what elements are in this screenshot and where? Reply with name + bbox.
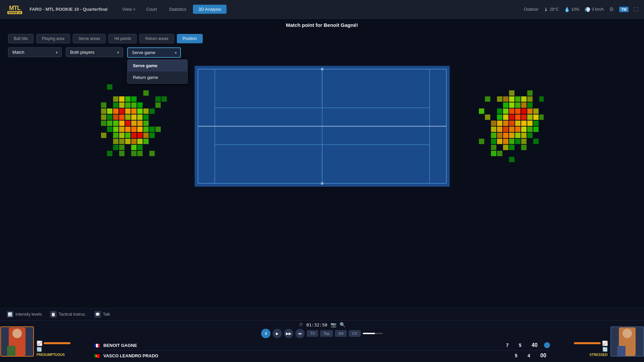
nav-bar: View > Court Statistics 3D Analysis bbox=[118, 5, 524, 14]
player2-set1: 5 bbox=[511, 353, 521, 358]
scope-dropdown[interactable]: Match Set 1 Set 2 Set 3 bbox=[8, 47, 62, 57]
players-dropdown-wrapper: Both players Benoit Gagne Vasco Leandro … bbox=[66, 47, 123, 57]
tv-button[interactable]: TV bbox=[307, 330, 318, 337]
nav-item-statistics[interactable]: Statistics bbox=[163, 5, 192, 14]
bottom-area: 📊 Intensity levels 📋 Tactical instruc. 💬… bbox=[0, 308, 644, 362]
weather-info: Outdoor 🌡 28°C 💧 10% 💨 3 km/h ⚙ TM ⛶ bbox=[524, 6, 639, 12]
dropdown-row: Match Set 1 Set 2 Set 3 Both players Ben… bbox=[0, 46, 644, 59]
forward-button[interactable]: ▶▶ bbox=[284, 329, 293, 338]
player1-refresh-icon: 🔄 bbox=[37, 347, 42, 352]
filter-position[interactable]: Position bbox=[177, 34, 203, 43]
wind-value: 3 km/h bbox=[592, 7, 604, 12]
player2-portrait-area: 📈 🔄 STRESSED bbox=[577, 326, 637, 357]
view-label: View > bbox=[122, 7, 135, 12]
nav-item-3d-analysis[interactable]: 3D Analysis bbox=[193, 5, 227, 14]
filter-ball-hits[interactable]: Ball hits bbox=[8, 34, 34, 43]
svg-point-9 bbox=[321, 68, 324, 71]
weather-temp: 🌡 28°C bbox=[544, 7, 559, 12]
filter-serve-areas[interactable]: Serve areas bbox=[73, 34, 106, 43]
court-container bbox=[195, 66, 450, 187]
logo-text: MTL bbox=[7, 5, 22, 12]
player2-game-score: 00 bbox=[537, 353, 550, 359]
player1-game-score: 40 bbox=[528, 342, 541, 348]
match-point-banner: Match point for Benoit Gagné! bbox=[0, 19, 644, 31]
bottom-tools: 📊 Intensity levels 📋 Tactical instruc. 💬… bbox=[0, 308, 644, 321]
filter-return-areas[interactable]: Return areas bbox=[139, 34, 174, 43]
heatmap-left bbox=[101, 66, 208, 187]
game-type-dropdown[interactable]: Serve game Return game bbox=[127, 47, 181, 58]
playback-score-row: 📈 🔄 PRESUMPTUOUS ⏱ 01:32:50 📷 🔍 bbox=[0, 321, 644, 362]
player1-mood-bar bbox=[44, 342, 70, 344]
player2-info: 📈 🔄 STRESSED bbox=[574, 326, 644, 357]
tactical-icon: 📋 bbox=[50, 311, 57, 318]
fullscreen-icon[interactable]: ⛶ bbox=[634, 7, 639, 12]
player1-chart-icon: 📈 bbox=[37, 341, 42, 346]
volume-slider[interactable] bbox=[363, 333, 383, 334]
game-type-option-serve[interactable]: Serve game bbox=[128, 60, 187, 72]
player2-name: VASCO LEANDRO PRADO bbox=[103, 353, 508, 358]
game-type-dropdown-container: Serve game Return game Serve game Return… bbox=[127, 47, 181, 58]
player1-mood-area: 📈 🔄 PRESUMPTUOUS bbox=[37, 341, 70, 357]
tool-tactical[interactable]: 📋 Tactical instruc. bbox=[50, 311, 86, 318]
player1-name: BENOIT GAGNE bbox=[103, 343, 500, 348]
player1-refresh-row: 🔄 bbox=[37, 347, 70, 352]
talk-icon: 💬 bbox=[94, 311, 101, 318]
playback-row: ⏱ 01:32:50 📷 🔍 bbox=[299, 322, 346, 327]
svg-rect-16 bbox=[617, 346, 626, 356]
filter-bar: Ball hits Playing area Serve areas Hit p… bbox=[0, 31, 644, 46]
heatmap-right bbox=[436, 66, 544, 187]
tool-intensity[interactable]: 📊 Intensity levels bbox=[7, 311, 42, 318]
player1-mood-row: 📈 bbox=[37, 341, 70, 346]
svg-point-12 bbox=[12, 329, 22, 338]
player1-serve-indicator bbox=[544, 342, 550, 348]
filter-hit-points[interactable]: Hit points bbox=[108, 34, 137, 43]
tennis-court-svg bbox=[195, 66, 450, 187]
game-type-dropdown-wrapper: Serve game Return game bbox=[127, 47, 181, 58]
intensity-icon: 📊 bbox=[7, 311, 13, 318]
center-controls: ⏱ 01:32:50 📷 🔍 ⏸ ▶ ▶▶ ⏭ TV Top 3/4 CV bbox=[67, 322, 577, 361]
pause-button[interactable]: ⏸ bbox=[261, 329, 270, 338]
player1-set2: 5 bbox=[515, 343, 525, 348]
tm-badge: TM bbox=[619, 7, 629, 12]
nav-item-view[interactable]: View > bbox=[118, 5, 139, 14]
player1-mood-label: PRESUMPTUOUS bbox=[37, 353, 70, 357]
court-area bbox=[0, 59, 644, 193]
logo: MTL ROOKIE 10 bbox=[5, 2, 24, 17]
search-icon[interactable]: 🔍 bbox=[340, 322, 345, 327]
svg-point-10 bbox=[321, 182, 324, 185]
play-button[interactable]: ▶ bbox=[273, 329, 282, 338]
game-type-option-return[interactable]: Return game bbox=[128, 72, 187, 83]
player1-info: 📈 🔄 PRESUMPTUOUS bbox=[0, 326, 70, 357]
player1-portrait bbox=[0, 326, 34, 357]
top-button[interactable]: Top bbox=[320, 330, 333, 337]
tool-talk[interactable]: 💬 Talk bbox=[94, 311, 110, 318]
cv-button[interactable]: CV bbox=[349, 330, 360, 337]
banner-text: Match point for Benoit Gagné! bbox=[286, 22, 358, 28]
top-bar: MTL ROOKIE 10 FARO - MTL ROOKIE 10 - Qua… bbox=[0, 0, 644, 19]
svg-point-15 bbox=[623, 329, 632, 338]
weather-condition: Outdoor bbox=[524, 7, 538, 12]
scope-dropdown-wrapper: Match Set 1 Set 2 Set 3 bbox=[8, 47, 62, 57]
logo-badge: ROOKIE 10 bbox=[7, 11, 22, 14]
filter-playing-area[interactable]: Playing area bbox=[36, 34, 70, 43]
settings-icon[interactable]: ⚙ bbox=[609, 6, 614, 12]
score-row-player2: 🇵🇹 VASCO LEANDRO PRADO 5 4 00 bbox=[94, 351, 550, 361]
outdoor-label: Outdoor bbox=[524, 7, 538, 12]
players-dropdown[interactable]: Both players Benoit Gagne Vasco Leandro … bbox=[66, 47, 123, 57]
player2-chart-icon: 📈 bbox=[602, 341, 608, 346]
player2-mood-row: 📈 bbox=[574, 341, 608, 346]
score-rows: 🇫🇷 BENOIT GAGNE 7 5 40 🇵🇹 VASCO LEANDRO … bbox=[67, 340, 577, 361]
weather-wind: 💨 3 km/h bbox=[585, 7, 604, 12]
fast-forward-button[interactable]: ⏭ bbox=[295, 329, 305, 338]
game-type-popup: Serve game Return game bbox=[127, 59, 188, 84]
score-row-player1: 🇫🇷 BENOIT GAGNE 7 5 40 bbox=[94, 340, 550, 351]
player1-portrait-area: 📈 🔄 PRESUMPTUOUS bbox=[7, 326, 67, 357]
three-quarter-button[interactable]: 3/4 bbox=[335, 330, 347, 337]
weather-humidity: 💧 10% bbox=[564, 7, 579, 12]
player2-flag: 🇵🇹 bbox=[94, 353, 101, 358]
camera-icon[interactable]: 📷 bbox=[331, 322, 336, 327]
player2-mood-bar bbox=[574, 342, 601, 344]
nav-item-court[interactable]: Court bbox=[141, 5, 162, 14]
temp-value: 28°C bbox=[550, 7, 559, 12]
tactical-label: Tactical instruc. bbox=[59, 312, 86, 317]
